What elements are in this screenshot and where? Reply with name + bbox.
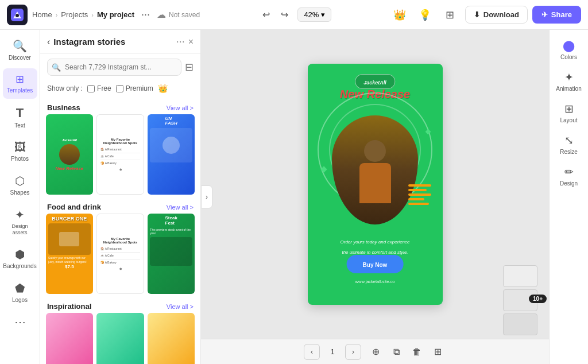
resize-icon: ⤡ bbox=[564, 134, 574, 147]
right-item-layout[interactable]: ⊞ Layout bbox=[552, 98, 586, 128]
topbar-right: 👑 💡 ⊞ ⬇ Download ✈ Share bbox=[389, 5, 581, 25]
save-status: ☁ Not saved bbox=[157, 9, 200, 20]
panel-back-button[interactable]: ‹ bbox=[47, 37, 50, 47]
undo-redo-group: ↩ ↪ bbox=[257, 6, 293, 24]
canvas-cta-button[interactable]: Buy Now bbox=[347, 255, 404, 273]
template-card[interactable]: UNFASH bbox=[148, 114, 195, 195]
bottom-tools: ⊕ ⧉ 🗑 ⊞ bbox=[367, 343, 446, 361]
prev-page-button[interactable]: ‹ bbox=[304, 344, 320, 360]
sidebar-item-photos[interactable]: 🖼 Photos bbox=[3, 136, 37, 167]
next-page-button[interactable]: › bbox=[345, 344, 361, 360]
design-icon: ✏ bbox=[564, 165, 574, 179]
project-name: My project bbox=[97, 10, 134, 19]
canvas-brand-badge: JacketAll bbox=[355, 74, 395, 89]
canvas-scroll[interactable]: JacketAll New Release bbox=[201, 30, 549, 339]
panel-header: ‹ Instagram stories ··· × bbox=[40, 30, 200, 54]
design-assets-icon: ✦ bbox=[15, 208, 25, 222]
panel-close-button[interactable]: × bbox=[188, 37, 194, 47]
add-page-button[interactable]: ⊕ bbox=[367, 343, 384, 361]
right-item-colors[interactable]: ⬤ Colors bbox=[552, 34, 586, 65]
right-item-design[interactable]: ✏ Design bbox=[552, 161, 586, 191]
line-3 bbox=[408, 193, 431, 196]
template-card[interactable]: JacketAll New Release bbox=[46, 114, 93, 195]
canvas-photo-bg bbox=[332, 115, 418, 224]
delete-page-button[interactable]: 🗑 bbox=[408, 343, 425, 361]
panel-toggle-button[interactable]: › bbox=[201, 185, 212, 208]
duplicate-page-button[interactable]: ⧉ bbox=[388, 343, 405, 361]
templates-icon: ⊞ bbox=[16, 73, 24, 86]
main-area: 🔍 Discover ⊞ Templates T Text 🖼 Photos ⬡… bbox=[0, 30, 588, 364]
share-icon: ✈ bbox=[541, 10, 548, 19]
svg-point-1 bbox=[16, 14, 19, 17]
canvas-bottom-bar: ‹ 1 › ⊕ ⧉ 🗑 ⊞ bbox=[201, 339, 549, 364]
grid-button[interactable]: ⊞ bbox=[440, 5, 461, 25]
category-inspirational-header: Inspirational View all > bbox=[40, 299, 200, 313]
premium-checkbox[interactable] bbox=[116, 85, 123, 92]
template-card[interactable] bbox=[96, 313, 144, 364]
animation-icon: ✦ bbox=[564, 71, 574, 84]
template-card[interactable]: My FavoriteNeighborhood Spots 🏠A Restaur… bbox=[96, 214, 145, 294]
template-card[interactable]: SteakFest The premiere steak event of th… bbox=[148, 214, 195, 294]
backgrounds-icon: ⬢ bbox=[15, 247, 25, 261]
page-thumbnail-1[interactable] bbox=[503, 265, 537, 287]
panel-search-area: 🔍 ⊟ bbox=[40, 54, 200, 80]
sidebar-item-more[interactable]: ⋯ bbox=[3, 311, 37, 334]
colors-icon: ⬤ bbox=[563, 39, 575, 52]
category-food-drink: Food and drink View all > BURGER ONE Sat… bbox=[40, 199, 200, 294]
redo-button[interactable]: ↪ bbox=[276, 6, 293, 24]
right-item-animation[interactable]: ✦ Animation bbox=[552, 66, 586, 96]
inspirational-view-all[interactable]: View all > bbox=[167, 303, 194, 310]
left-sidebar: 🔍 Discover ⊞ Templates T Text 🖼 Photos ⬡… bbox=[0, 30, 40, 364]
canvas-area: › JacketAll New Release bbox=[201, 30, 549, 364]
template-card[interactable] bbox=[148, 313, 195, 364]
canvas-decorative-lines bbox=[408, 184, 431, 205]
pages-grid-button[interactable]: ⊞ bbox=[429, 343, 446, 361]
canvas-document[interactable]: JacketAll New Release bbox=[308, 64, 443, 305]
template-card[interactable]: BURGER ONE Satisfy your cravings with ou… bbox=[46, 214, 93, 294]
category-business: Business View all > JacketAll New Releas… bbox=[40, 100, 200, 195]
search-input[interactable] bbox=[47, 59, 181, 76]
category-food-header: Food and drink View all > bbox=[40, 199, 200, 214]
projects-link[interactable]: Projects bbox=[61, 10, 88, 19]
page-count-badge: 10+ bbox=[529, 295, 547, 303]
page-number: 1 bbox=[326, 347, 339, 356]
category-inspirational: Inspirational View all > bbox=[40, 299, 200, 364]
template-card[interactable]: My FavoriteNeighborhood Spots 🏠A Restaur… bbox=[96, 114, 145, 195]
line-5 bbox=[408, 203, 429, 205]
free-filter-label[interactable]: Free bbox=[87, 84, 111, 92]
right-item-resize[interactable]: ⤡ Resize bbox=[552, 129, 586, 160]
app-logo bbox=[7, 5, 28, 25]
panel-more-button[interactable]: ··· bbox=[176, 36, 185, 48]
filter-button[interactable]: ⊟ bbox=[185, 61, 194, 73]
share-button[interactable]: ✈ Share bbox=[532, 6, 581, 24]
premium-crown-icon: 👑 bbox=[158, 84, 168, 93]
sidebar-item-backgrounds[interactable]: ⬢ Backgrounds bbox=[3, 243, 37, 274]
search-wrapper: 🔍 bbox=[47, 59, 181, 76]
crown-button[interactable]: 👑 bbox=[389, 5, 410, 25]
line-4 bbox=[408, 198, 424, 200]
sep2: › bbox=[91, 11, 94, 18]
discover-icon: 🔍 bbox=[13, 39, 27, 53]
sidebar-item-text[interactable]: T Text bbox=[3, 101, 37, 134]
business-view-all[interactable]: View all > bbox=[167, 104, 194, 111]
food-view-all[interactable]: View all > bbox=[167, 204, 194, 211]
free-checkbox[interactable] bbox=[87, 85, 95, 92]
sidebar-item-logos[interactable]: ⬟ Logos bbox=[3, 277, 37, 308]
page-thumbnail-3[interactable] bbox=[503, 313, 537, 335]
sidebar-item-discover[interactable]: 🔍 Discover bbox=[3, 34, 37, 66]
canvas-description: Order yours today and experiencethe ulti… bbox=[326, 235, 424, 256]
sidebar-item-design-assets[interactable]: ✦ Design assets bbox=[3, 203, 37, 241]
idea-button[interactable]: 💡 bbox=[415, 5, 435, 25]
download-button[interactable]: ⬇ Download bbox=[465, 6, 528, 24]
undo-button[interactable]: ↩ bbox=[257, 6, 274, 24]
line-1 bbox=[408, 184, 431, 187]
project-more-button[interactable]: ··· bbox=[139, 9, 152, 21]
sidebar-item-templates[interactable]: ⊞ Templates bbox=[3, 68, 37, 99]
home-link[interactable]: Home bbox=[32, 10, 52, 19]
premium-filter-label[interactable]: Premium bbox=[116, 84, 153, 92]
show-only-row: Show only : Free Premium 👑 bbox=[40, 80, 200, 98]
more-icon: ⋯ bbox=[14, 315, 26, 329]
template-card[interactable] bbox=[46, 313, 93, 364]
sidebar-item-shapes[interactable]: ⬡ Shapes bbox=[3, 169, 37, 201]
zoom-button[interactable]: 42% ▾ bbox=[297, 7, 331, 22]
